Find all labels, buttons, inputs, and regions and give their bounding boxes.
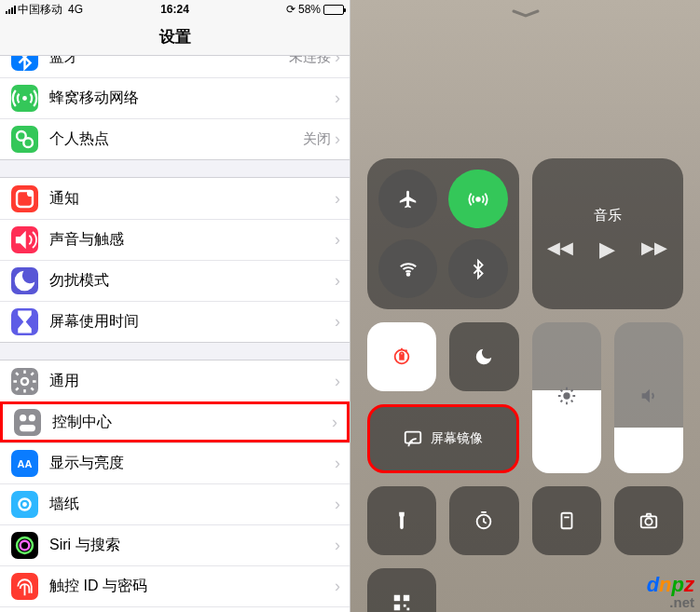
calculator-button[interactable] (532, 486, 601, 555)
control-center-icon (14, 409, 41, 436)
svg-rect-24 (404, 595, 409, 601)
row-control-center[interactable]: 控制中心 › (0, 401, 350, 442)
dnd-toggle[interactable] (449, 322, 518, 391)
connectivity-tile (367, 158, 519, 309)
row-siri[interactable]: Siri 与搜索 › (0, 524, 350, 565)
mirror-label: 屏幕镜像 (431, 430, 483, 447)
svg-point-6 (20, 415, 26, 421)
prev-track-icon[interactable]: ◀◀ (547, 238, 573, 262)
chevron-right-icon: › (335, 495, 340, 514)
row-display[interactable]: AA 显示与亮度 › (0, 442, 350, 483)
fingerprint-icon (11, 573, 38, 600)
chevron-right-icon: › (335, 536, 340, 555)
status-bar: 中国移动 4G 16:24 ⟳ 58% (0, 0, 350, 19)
row-label: 墙纸 (49, 495, 335, 514)
svg-point-22 (645, 518, 652, 524)
svg-rect-8 (20, 424, 35, 430)
battery-pct: 58% (298, 3, 321, 16)
chevron-right-icon: › (335, 372, 340, 391)
row-label: 个人热点 (49, 129, 303, 149)
svg-rect-23 (394, 595, 400, 601)
chevron-right-icon: › (335, 577, 340, 596)
chevron-right-icon: › (335, 88, 340, 108)
chevron-right-icon: › (335, 189, 340, 209)
rotation-lock-icon: ⟳ (286, 3, 295, 16)
chevron-right-icon: › (335, 129, 340, 149)
chevron-right-icon: › (335, 56, 340, 67)
svg-point-10 (22, 502, 27, 507)
hotspot-icon (11, 126, 38, 153)
music-label: 音乐 (594, 207, 622, 224)
music-tile[interactable]: 音乐 ◀◀ ▶ ▶▶ (532, 158, 684, 309)
row-label: 屏幕使用时间 (49, 312, 335, 332)
svg-point-7 (29, 415, 35, 421)
row-label: Siri 与搜索 (49, 536, 335, 555)
clock: 16:24 (118, 3, 231, 16)
settings-pane: 中国移动 4G 16:24 ⟳ 58% 设置 蓝牙 未连接 › 蜂窝移动网络 › (0, 0, 350, 612)
row-label: 通用 (49, 372, 335, 391)
watermark: dnpz .net (647, 573, 694, 608)
svg-point-17 (563, 392, 570, 399)
row-label: 声音与触感 (49, 230, 335, 250)
row-cellular[interactable]: 蜂窝移动网络 › (0, 77, 350, 118)
notifications-icon (11, 185, 38, 212)
row-general[interactable]: 通用 › (0, 360, 350, 401)
wifi-toggle[interactable] (378, 239, 437, 298)
volume-slider[interactable] (614, 322, 683, 473)
row-label: 触控 ID 与密码 (49, 577, 335, 596)
cellular-icon (11, 85, 38, 112)
signal-icon (6, 6, 16, 14)
page-title: 设置 (0, 19, 350, 56)
display-icon: AA (11, 450, 38, 477)
network-label: 4G (68, 3, 83, 16)
svg-point-0 (22, 96, 27, 101)
screen-mirroring-button[interactable]: 屏幕镜像 (367, 404, 519, 473)
control-center-pane: 音乐 ◀◀ ▶ ▶▶ 屏幕 (350, 0, 700, 612)
bluetooth-toggle[interactable] (448, 239, 507, 298)
row-detail: 未连接 (289, 56, 331, 66)
svg-point-5 (21, 377, 28, 384)
row-label: 蓝牙 (49, 56, 289, 67)
siri-icon (11, 532, 38, 559)
play-icon[interactable]: ▶ (599, 238, 615, 262)
chevron-right-icon: › (335, 230, 340, 250)
row-label: 显示与亮度 (49, 454, 335, 473)
svg-point-13 (476, 197, 480, 201)
rotation-lock-toggle[interactable] (367, 322, 436, 391)
row-label: 控制中心 (52, 413, 332, 432)
airplane-toggle[interactable] (378, 170, 437, 228)
moon-icon (11, 267, 38, 294)
row-wallpaper[interactable]: 墙纸 › (0, 483, 350, 524)
row-bluetooth[interactable]: 蓝牙 未连接 › (0, 56, 350, 77)
svg-point-2 (23, 138, 33, 147)
qr-button[interactable] (367, 568, 436, 612)
camera-button[interactable] (614, 486, 683, 555)
speaker-icon (638, 386, 659, 411)
battery-icon (323, 5, 344, 15)
flashlight-button[interactable] (367, 486, 436, 555)
sun-icon (556, 386, 577, 411)
row-detail: 关闭 (303, 130, 331, 148)
row-hotspot[interactable]: 个人热点 关闭 › (0, 118, 350, 159)
grabber-icon[interactable] (509, 9, 542, 19)
row-touchid[interactable]: 触控 ID 与密码 › (0, 565, 350, 606)
wallpaper-icon (11, 491, 38, 518)
row-notifications[interactable]: 通知 › (0, 178, 350, 219)
bluetooth-icon (11, 56, 38, 71)
svg-point-4 (27, 189, 34, 196)
chevron-right-icon: › (335, 271, 340, 291)
row-label: 通知 (49, 189, 335, 209)
brightness-slider[interactable] (532, 322, 601, 473)
row-sos[interactable]: SOS SOS 紧急联络 › (0, 606, 350, 612)
row-screentime[interactable]: 屏幕使用时间 › (0, 301, 350, 342)
row-dnd[interactable]: 勿扰模式 › (0, 260, 350, 301)
row-sounds[interactable]: 声音与触感 › (0, 219, 350, 260)
next-track-icon[interactable]: ▶▶ (641, 238, 667, 262)
sounds-icon (11, 226, 38, 253)
timer-button[interactable] (449, 486, 518, 555)
chevron-right-icon: › (335, 454, 340, 473)
svg-point-14 (406, 273, 409, 276)
svg-rect-26 (404, 605, 406, 607)
chevron-right-icon: › (332, 413, 337, 432)
cellular-toggle[interactable] (448, 170, 507, 228)
